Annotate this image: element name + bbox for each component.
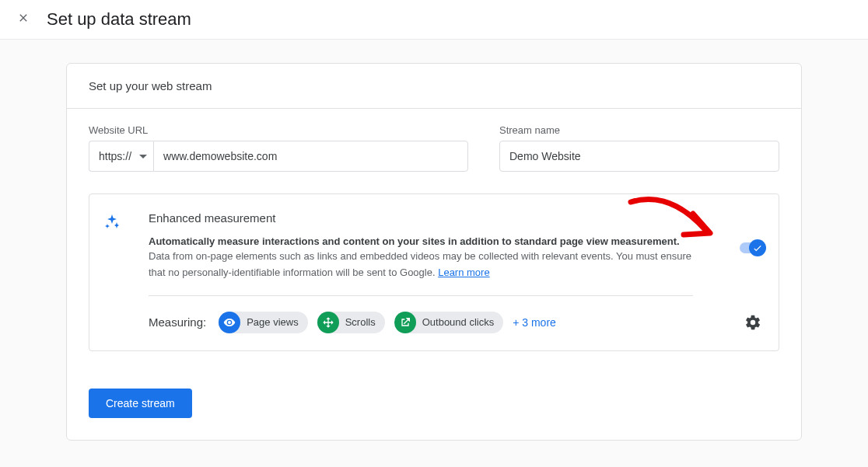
more-chips-link[interactable]: + 3 more bbox=[513, 316, 556, 329]
chip-label: Outbound clicks bbox=[422, 316, 495, 328]
sparkle-icon bbox=[103, 213, 121, 333]
chip-outbound: Outbound clicks bbox=[394, 312, 504, 333]
main-card: Set up your web stream Website URL https… bbox=[66, 63, 802, 441]
close-icon[interactable] bbox=[16, 12, 31, 28]
enhanced-measurement-box: Enhanced measurement Automatically measu… bbox=[89, 193, 779, 351]
chip-page-views: Page views bbox=[219, 312, 307, 333]
scroll-icon bbox=[317, 312, 339, 333]
protocol-select[interactable]: https:// bbox=[89, 141, 153, 172]
learn-more-link[interactable]: Learn more bbox=[438, 267, 489, 278]
page-header: Set up data stream bbox=[0, 0, 868, 40]
enhanced-bold-line: Automatically measure interactions and c… bbox=[149, 235, 761, 247]
url-input[interactable] bbox=[153, 141, 468, 172]
measuring-row: Measuring: Page views Scrolls bbox=[149, 312, 761, 333]
enhanced-desc-text: Data from on-page elements such as links… bbox=[149, 250, 691, 278]
chevron-down-icon bbox=[139, 155, 147, 159]
url-label: Website URL bbox=[89, 124, 468, 136]
eye-icon bbox=[219, 312, 240, 333]
stream-name-input[interactable] bbox=[499, 141, 779, 172]
gear-icon[interactable] bbox=[744, 314, 761, 333]
check-icon bbox=[749, 239, 766, 256]
outbound-icon bbox=[394, 312, 416, 333]
enhanced-title: Enhanced measurement bbox=[149, 211, 761, 225]
measuring-label: Measuring: bbox=[149, 315, 206, 329]
stream-name-field: Stream name bbox=[499, 124, 779, 172]
page-title: Set up data stream bbox=[47, 9, 191, 30]
enhanced-toggle[interactable] bbox=[740, 242, 761, 253]
section-title: Set up your web stream bbox=[67, 64, 801, 109]
chip-label: Page views bbox=[247, 316, 298, 328]
enhanced-description: Data from on-page elements such as links… bbox=[149, 249, 693, 296]
create-stream-button[interactable]: Create stream bbox=[89, 389, 192, 418]
chip-label: Scrolls bbox=[345, 316, 376, 328]
protocol-value: https:// bbox=[99, 150, 131, 162]
chip-scrolls: Scrolls bbox=[317, 312, 385, 333]
website-url-field: Website URL https:// bbox=[89, 124, 468, 172]
stream-name-label: Stream name bbox=[499, 124, 779, 136]
